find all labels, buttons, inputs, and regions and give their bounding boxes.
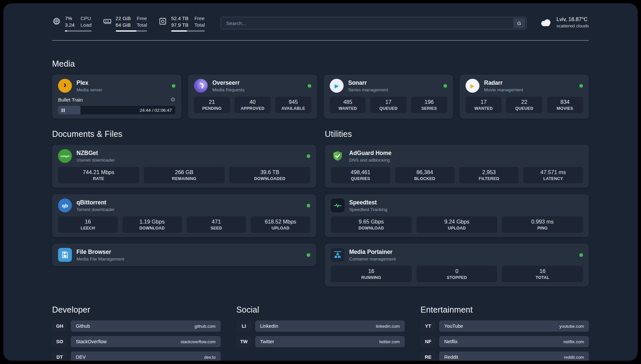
bookmark-netflix[interactable]: NF Netflix netflix.com — [420, 336, 589, 347]
service-card-filebrowser[interactable]: File Browser Media File Management — [52, 244, 316, 266]
cpu-widget: 7% 3.24 CPU Load — [52, 15, 92, 32]
bookmark-stackoverflow[interactable]: SO StackOverflow stackoverflow.com — [52, 336, 221, 347]
bookmark-domain: youtube.com — [560, 324, 584, 329]
disk-total-label: Total — [194, 22, 205, 28]
cpu-load-label: Load — [80, 22, 91, 28]
stat-tile: 9.24 Gbps UPLOAD — [416, 216, 498, 233]
bookmark-abbr[interactable]: GH — [52, 320, 67, 332]
bookmark-name: LinkedIn — [260, 323, 278, 329]
bookmark-name: StackOverflow — [76, 339, 107, 344]
memory-total-label: Total — [137, 22, 147, 28]
bookmark-name: DEV — [76, 354, 86, 360]
topbar: 7% 3.24 CPU Load — [52, 15, 589, 32]
bookmark-github[interactable]: GH Github github.com — [52, 320, 221, 332]
service-name: Media Portainer — [349, 249, 396, 256]
service-subtitle: Media server — [76, 87, 102, 92]
weather-location: Lviv, 16.87°C — [557, 16, 589, 22]
search-engine-button[interactable]: G — [513, 18, 525, 28]
bookmark-group-entertainment: Entertainment YT YouTube youtube.com NF … — [420, 305, 589, 361]
stat-tile: 1.19 Gbps DOWNLOAD — [122, 216, 182, 233]
stat-tile: 21 PENDING — [194, 97, 230, 113]
weather-widget: Lviv, 16.87°C scattered clouds — [539, 16, 589, 28]
service-card-radarr[interactable]: ▶ Radarr Movie management 17 WANTED — [460, 75, 589, 119]
bookmark-dev[interactable]: DT DEV dev.to — [52, 351, 221, 361]
service-card-nzbget[interactable]: nzbget NZBGet Usenet downloader 744.21 M… — [52, 145, 316, 188]
bookmark-group-social: Social LI LinkedIn linkedin.com TW Twitt… — [236, 305, 405, 361]
cloud-icon — [539, 17, 552, 28]
service-card-overseerr[interactable]: Overseerr Media Requests 21 PENDING 40 A… — [188, 75, 317, 119]
bookmark-abbr[interactable]: DT — [52, 351, 67, 361]
stat-tile: 9.65 Gbps DOWNLOAD — [331, 216, 412, 233]
service-name: qBittorrent — [76, 199, 115, 206]
status-online-dot — [172, 84, 175, 88]
stat-tile: 498,461 QUERIES — [331, 167, 390, 183]
topbar-divider — [52, 40, 589, 41]
service-name: Plex — [76, 79, 102, 86]
service-name: NZBGet — [76, 150, 115, 157]
stat-tile: 16 LEECH — [58, 216, 118, 233]
bookmark-name: Twitter — [260, 339, 274, 344]
stat-tile: 945 AVAILABLE — [275, 97, 311, 113]
status-online-dot — [579, 253, 583, 257]
stat-tile: 0 STOPPED — [416, 266, 498, 282]
stat-tile: 17 QUEUED — [370, 97, 406, 113]
service-card-speedtest[interactable]: Speedtest Speedtest Tracking 9.65 Gbps D… — [325, 194, 589, 237]
media-section-title: Media — [52, 59, 589, 69]
adguard-shield-icon — [331, 149, 345, 163]
memory-widget: 22 GiB 64 GiB Free Total — [103, 15, 147, 32]
now-playing-title: Bullet Train — [58, 97, 83, 103]
nzbget-icon: nzbget — [58, 149, 72, 163]
stat-tile: 16 TOTAL — [502, 266, 583, 282]
stat-tile: 22 QUEUED — [506, 97, 542, 113]
memory-free-label: Free — [137, 15, 147, 22]
bookmark-abbr[interactable]: YT — [420, 320, 436, 332]
service-subtitle: Container management — [349, 257, 396, 261]
bookmark-name: Netflix — [444, 339, 457, 344]
service-subtitle: Media Requests — [212, 87, 245, 92]
section-media: Media › Plex Media server Bullet Train — [52, 59, 589, 119]
pause-icon[interactable] — [62, 108, 65, 112]
bookmark-name: Github — [76, 323, 90, 329]
section-documents: Documents & Files nzbget NZBGet Usenet d… — [52, 129, 316, 287]
playback-progress-bar[interactable]: 24:44 / 02:06:47 — [58, 106, 175, 114]
developer-group-title: Developer — [52, 305, 221, 315]
bookmark-linkedin[interactable]: LI LinkedIn linkedin.com — [236, 320, 405, 332]
service-name: Sonarr — [348, 79, 388, 86]
social-group-title: Social — [236, 305, 405, 315]
bookmark-twitter[interactable]: TW Twitter twitter.com — [236, 336, 405, 347]
stat-tile: 744.21 Mbps RATE — [58, 167, 139, 183]
bookmark-youtube[interactable]: YT YouTube youtube.com — [420, 320, 589, 332]
stat-tile: 2,953 FILTERED — [459, 167, 519, 183]
service-subtitle: Torrent downloader — [76, 207, 115, 212]
stat-tile: 17 WANTED — [466, 97, 502, 113]
service-name: Overseerr — [212, 79, 245, 86]
service-card-adguard[interactable]: AdGuard Home DNS and adblocking 498,461 … — [325, 145, 589, 188]
settings-gear-icon[interactable]: ⚙ — [170, 96, 175, 103]
service-name: AdGuard Home — [349, 150, 391, 157]
bookmark-domain: stackoverflow.com — [180, 339, 215, 344]
sonarr-icon: ▶ — [330, 79, 344, 93]
service-card-plex[interactable]: › Plex Media server Bullet Train ⚙ — [52, 75, 181, 119]
plex-icon: › — [58, 79, 72, 93]
stat-tile: 196 SERIES — [411, 97, 447, 113]
bookmark-abbr[interactable]: TW — [236, 336, 252, 347]
bookmark-domain: linkedin.com — [376, 324, 400, 329]
service-subtitle: Usenet downloader — [76, 158, 115, 163]
service-card-sonarr[interactable]: ▶ Sonarr Series management 485 WANTED — [324, 75, 453, 119]
dashboard-panel: 7% 3.24 CPU Load — [3, 3, 638, 361]
service-card-portainer[interactable]: Media Portainer Container management 16 … — [325, 244, 589, 287]
stat-tile: 39.6 TB DOWNLOADED — [229, 167, 310, 183]
bookmark-reddit[interactable]: RE Reddit reddit.com — [420, 351, 589, 361]
bookmark-name: Reddit — [444, 354, 458, 360]
disk-drive-icon — [158, 17, 167, 26]
cpu-chip-icon — [52, 17, 61, 26]
search-input[interactable] — [221, 17, 527, 29]
stat-tile: 16 RUNNING — [331, 266, 412, 282]
bookmark-abbr[interactable]: NF — [420, 336, 436, 347]
service-card-qbittorrent[interactable]: qb qBittorrent Torrent downloader 16 LEE… — [52, 194, 316, 237]
bookmark-abbr[interactable]: RE — [420, 351, 436, 361]
portainer-crane-icon — [331, 248, 345, 262]
bookmark-abbr[interactable]: LI — [236, 320, 252, 332]
service-name: Radarr — [484, 79, 523, 86]
bookmark-abbr[interactable]: SO — [52, 336, 67, 347]
